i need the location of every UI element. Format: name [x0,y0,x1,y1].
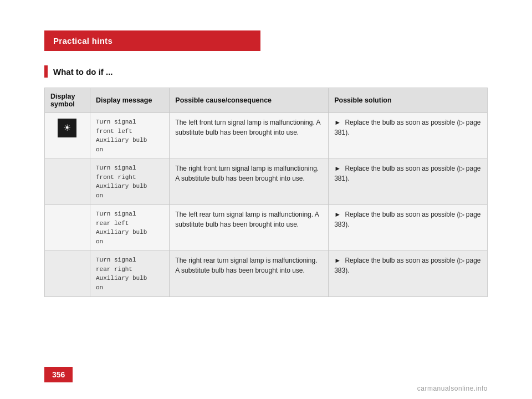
table-container: Display symbol Display message Possible … [44,88,488,297]
table-header-row: Display symbol Display message Possible … [45,88,488,113]
section-heading: What to do if ... [44,65,112,78]
arrow-icon: ► [334,165,341,172]
col-header-message: Display message [90,88,169,113]
symbol-cell-1: ☀ [45,113,90,159]
message-cell-4: Turn signalrear rightAuxiliary bulbon [90,251,169,297]
arrow-icon: ► [334,119,341,126]
symbol-cell-4 [45,251,90,297]
arrow-icon: ► [334,257,341,264]
symbol-cell-3 [45,205,90,251]
solution-cell-3: ► Replace the bulb as soon as possible (… [329,205,488,251]
message-cell-1: Turn signalfront leftAuxiliary bulbon [90,113,169,159]
cause-cell-4: The right rear turn signal lamp is malfu… [170,251,329,297]
header-banner-title: Practical hints [53,36,112,45]
table-row: Turn signalrear leftAuxiliary bulbon The… [45,205,488,251]
solution-cell-1: ► Replace the bulb as soon as possible (… [329,113,488,159]
table-row: Turn signalfront rightAuxiliary bulbon T… [45,159,488,205]
page-number: 356 [44,367,73,382]
main-table: Display symbol Display message Possible … [44,88,488,297]
message-cell-3: Turn signalrear leftAuxiliary bulbon [90,205,169,251]
turn-signal-icon: ☀ [58,119,76,137]
table-row: ☀ Turn signalfront leftAuxiliary bulbon … [45,113,488,159]
table-row: Turn signalrear rightAuxiliary bulbon Th… [45,251,488,297]
header-banner: Practical hints [44,30,260,51]
arrow-icon: ► [334,211,341,218]
section-heading-text: What to do if ... [53,67,112,76]
cause-cell-3: The left rear turn signal lamp is malfun… [170,205,329,251]
col-header-solution: Possible solution [329,88,488,113]
cause-cell-1: The left front turn signal lamp is malfu… [170,113,329,159]
col-header-cause: Possible cause/consequence [170,88,329,113]
symbol-cell-2 [45,159,90,205]
solution-cell-4: ► Replace the bulb as soon as possible (… [329,251,488,297]
solution-cell-2: ► Replace the bulb as soon as possible (… [329,159,488,205]
col-header-symbol: Display symbol [45,88,90,113]
section-heading-bar [44,65,48,78]
cause-cell-2: The right front turn signal lamp is malf… [170,159,329,205]
watermark: carmanualsonline.info [417,385,488,392]
message-cell-2: Turn signalfront rightAuxiliary bulbon [90,159,169,205]
